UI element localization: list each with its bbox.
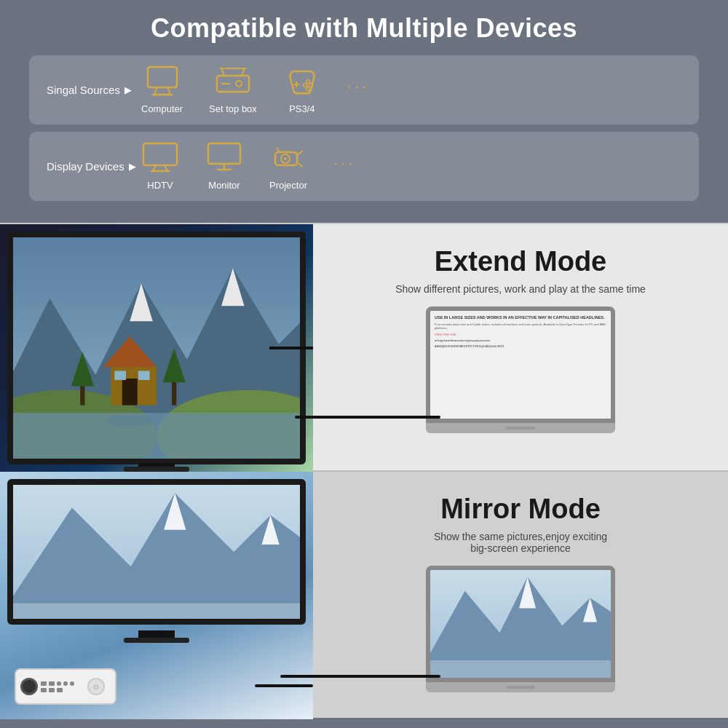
mirror-tv-frame: [7, 479, 306, 625]
screen-cyrillic: абвгдеёжзийклмнопрстуфхцчшщъыьэюя: [435, 339, 606, 343]
svg-line-5: [221, 68, 224, 76]
extend-description: Show different pictures, work and play a…: [395, 283, 646, 295]
laptop-notch: [506, 427, 535, 430]
svg-rect-35: [122, 379, 138, 405]
svg-rect-36: [114, 371, 126, 380]
arrow-icon: ▶: [124, 84, 132, 95]
settopbox-device: Set top box: [209, 66, 257, 114]
hdtv-icon: [141, 142, 179, 175]
svg-rect-42: [13, 413, 300, 459]
monitor-label: Monitor: [208, 180, 240, 191]
svg-rect-48: [13, 604, 300, 619]
mirror-right: Mirror Mode Show the same pictures,enjoy…: [313, 472, 728, 718]
svg-point-8: [236, 81, 242, 87]
cable: [295, 416, 440, 419]
laptop-base: [426, 423, 615, 433]
svg-point-14: [303, 84, 306, 87]
svg-rect-37: [138, 371, 150, 380]
svg-point-15: [306, 87, 309, 91]
extend-laptop: USE IN LARGE SIZES AND WORKS IN AN EFFEC…: [426, 306, 615, 433]
mirror-laptop-base: [426, 682, 615, 692]
mirror-left-image: ⊙: [0, 472, 313, 719]
signal-dots: ···: [347, 77, 369, 96]
settopbox-label: Set top box: [209, 103, 257, 114]
svg-line-6: [242, 68, 245, 76]
gamepad-icon: [283, 66, 321, 99]
settopbox-icon: [214, 66, 252, 99]
svg-line-1: [154, 87, 157, 95]
extend-tv-image: [0, 224, 313, 472]
svg-rect-53: [430, 660, 611, 678]
svg-rect-40: [172, 379, 176, 405]
laptop-screen: USE IN LARGE SIZES AND WORKS IN AN EFFEC…: [426, 306, 615, 423]
display-devices-row: Display Devices ▶ HDTV: [29, 132, 699, 201]
projector-bottom: ⊙: [15, 668, 116, 705]
svg-point-43: [107, 414, 153, 427]
svg-rect-16: [143, 143, 177, 165]
signal-icons: Computer Set top box: [141, 66, 681, 114]
mirror-laptop: [426, 566, 615, 692]
screen-title: USE IN LARGE SIZES AND WORKS IN AN EFFEC…: [435, 315, 606, 321]
monitor-device: Monitor: [205, 142, 243, 191]
display-more: ···: [333, 161, 355, 173]
gamepad-device: PS3/4: [283, 66, 321, 114]
proj-lens: [20, 678, 38, 695]
svg-line-2: [167, 87, 170, 95]
screen-body: Font contains basic latin and Cyrillic l…: [435, 323, 606, 331]
proj-ports: [41, 681, 74, 692]
extend-right: Extend Mode Show different pictures, wor…: [313, 224, 728, 470]
display-label: Display Devices ▶: [47, 160, 141, 173]
monitor-icon: [205, 142, 243, 175]
computer-icon: [143, 66, 181, 99]
screen-content: USE IN LARGE SIZES AND WORKS IN AN EFFEC…: [430, 311, 611, 353]
compatible-section: Compatible with Multiple Devices Singal …: [0, 0, 728, 223]
hdtv-device: HDTV: [141, 142, 179, 191]
mirror-laptop-notch: [506, 686, 535, 689]
svg-point-25: [284, 157, 287, 160]
computer-label: Computer: [141, 103, 183, 114]
mirror-cable: [255, 684, 313, 687]
display-dots: ···: [333, 154, 355, 173]
svg-point-12: [306, 80, 309, 84]
mirror-cable-laptop: [280, 675, 440, 678]
screen-free: FREE FOR USE: [435, 333, 606, 337]
hdtv-label: HDTV: [147, 180, 173, 191]
signal-more: ···: [347, 84, 369, 96]
tv-frame: [7, 232, 306, 464]
mirror-title: Mirror Mode: [440, 494, 601, 525]
display-icons: HDTV Monitor: [141, 142, 681, 191]
projector-icon: [269, 142, 307, 175]
main-title: Compatible with Multiple Devices: [29, 13, 699, 44]
extend-section: Extend Mode Show different pictures, wor…: [0, 223, 728, 470]
computer-device: Computer: [141, 66, 183, 114]
projector-label: Projector: [269, 180, 307, 191]
projector-device: Projector: [269, 142, 307, 191]
svg-rect-20: [208, 143, 240, 164]
mirror-description: Show the same pictures,enjoy exciting bi…: [434, 531, 607, 554]
signal-sources-row: Singal Sources ▶ Computer: [29, 55, 699, 124]
extend-title: Extend Mode: [435, 246, 606, 277]
mirror-section: ⊙ Mirror Mode Show the same pictures,enj…: [0, 470, 728, 718]
svg-point-13: [309, 84, 312, 87]
mirror-laptop-screen: [426, 566, 615, 682]
arrow-icon-2: ▶: [129, 161, 136, 172]
signal-label: Singal Sources ▶: [47, 84, 141, 96]
svg-rect-0: [148, 67, 177, 87]
gamepad-label: PS3/4: [289, 103, 314, 114]
